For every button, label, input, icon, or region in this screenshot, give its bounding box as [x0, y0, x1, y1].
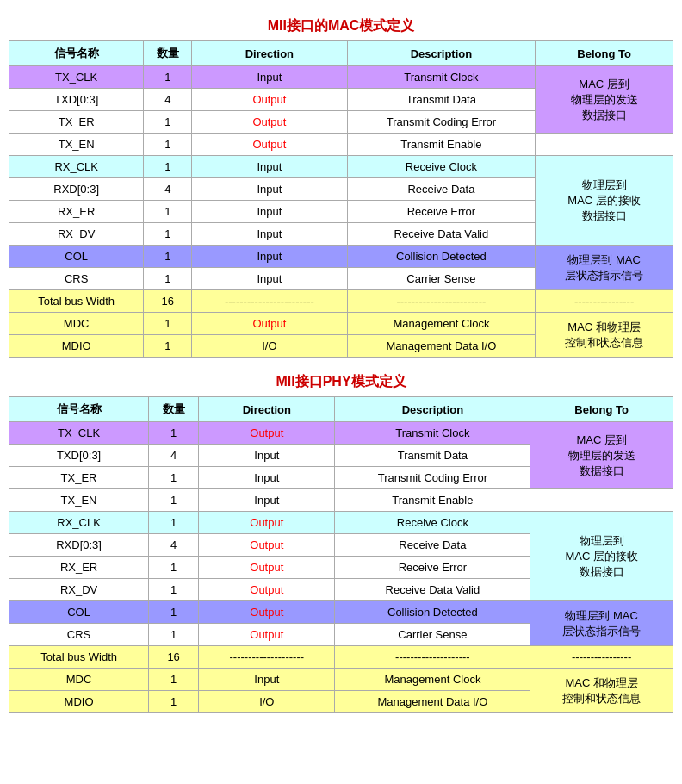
signal-cell: RX_DV	[9, 223, 144, 246]
signal-cell: MDIO	[9, 691, 149, 713]
description-cell: Carrier Sense	[335, 624, 530, 646]
table-header: Direction	[199, 397, 335, 422]
direction-cell: Output	[192, 134, 347, 156]
section-title-2: MII接口PHY模式定义	[9, 373, 673, 391]
signal-cell: Total bus Width	[9, 646, 149, 669]
description-cell: Receive Error	[335, 557, 530, 579]
belong-cell: ----------------	[536, 290, 673, 313]
direction-cell: Input	[192, 66, 347, 89]
qty-cell: 1	[144, 313, 192, 335]
description-cell: Carrier Sense	[347, 268, 536, 290]
direction-cell: Output	[199, 534, 335, 557]
signal-cell: Total bus Width	[9, 290, 144, 313]
signal-cell: TX_ER	[9, 467, 149, 489]
direction-cell: ------------------------	[192, 290, 347, 313]
description-cell: Transmit Clock	[335, 422, 530, 445]
qty-cell: 1	[149, 579, 199, 601]
table-header: Direction	[192, 41, 347, 66]
qty-cell: 1	[149, 422, 199, 445]
direction-cell: Output	[199, 557, 335, 579]
table-row: MDC1OutputManagement ClockMAC 和物理层 控制和状态…	[9, 313, 673, 335]
qty-cell: 1	[149, 669, 199, 691]
table-header: Description	[347, 41, 536, 66]
qty-cell: 1	[144, 223, 192, 246]
description-cell: Transmit Enable	[335, 489, 530, 512]
signal-cell: COL	[9, 601, 149, 624]
direction-cell: Input	[192, 223, 347, 246]
signal-cell: TX_CLK	[9, 66, 144, 89]
direction-cell: Output	[192, 89, 347, 111]
belong-cell: MAC 和物理层 控制和状态信息	[530, 669, 673, 713]
qty-cell: 1	[144, 156, 192, 178]
table-row: Total bus Width16-----------------------…	[9, 646, 673, 669]
direction-cell: Output	[199, 624, 335, 646]
direction-cell: Output	[199, 601, 335, 624]
qty-cell: 1	[144, 201, 192, 223]
description-cell: Receive Clock	[335, 512, 530, 534]
direction-cell: Output	[199, 512, 335, 534]
description-cell: Transmit Clock	[347, 66, 536, 89]
description-cell: --------------------	[335, 646, 530, 669]
description-cell: Transmit Data	[335, 445, 530, 467]
direction-cell: Input	[192, 156, 347, 178]
qty-cell: 1	[149, 467, 199, 489]
belong-cell: 物理层到 MAC 层状态指示信号	[536, 246, 673, 290]
signal-cell: CRS	[9, 624, 149, 646]
table2-container: 信号名称数量DirectionDescriptionBelong ToTX_CL…	[9, 396, 673, 713]
table-row: RX_CLK1InputReceive Clock物理层到 MAC 层的接收 数…	[9, 156, 673, 178]
signal-cell: RXD[0:3]	[9, 178, 144, 201]
description-cell: Management Data I/O	[335, 691, 530, 713]
description-cell: Receive Data	[335, 534, 530, 557]
description-cell: Receive Clock	[347, 156, 536, 178]
table-row: TX_CLK1InputTransmit ClockMAC 层到 物理层的发送 …	[9, 66, 673, 89]
description-cell: Management Data I/O	[347, 335, 536, 358]
description-cell: Receive Data Valid	[347, 223, 536, 246]
belong-cell: MAC 层到 物理层的发送 数据接口	[530, 422, 673, 489]
belong-cell: MAC 和物理层 控制和状态信息	[536, 313, 673, 358]
table-header: Belong To	[530, 397, 673, 422]
signal-cell: TX_ER	[9, 111, 144, 134]
table-row: Total bus Width16-----------------------…	[9, 290, 673, 313]
description-cell: Transmit Enable	[347, 134, 536, 156]
table-row: TX_EN1OutputTransmit Enable	[9, 134, 673, 156]
direction-cell: Input	[192, 246, 347, 268]
qty-cell: 4	[144, 178, 192, 201]
signal-cell: MDC	[9, 313, 144, 335]
qty-cell: 4	[149, 534, 199, 557]
description-cell: Receive Data	[347, 178, 536, 201]
belong-cell: 物理层到 MAC 层状态指示信号	[530, 601, 673, 646]
signal-cell: RX_CLK	[9, 512, 149, 534]
table-header: Belong To	[536, 41, 673, 66]
qty-cell: 4	[144, 89, 192, 111]
description-cell: Transmit Coding Error	[335, 467, 530, 489]
direction-cell: Output	[199, 422, 335, 445]
qty-cell: 1	[149, 691, 199, 713]
description-cell: Collision Detected	[335, 601, 530, 624]
signal-cell: CRS	[9, 268, 144, 290]
signal-cell: TX_CLK	[9, 422, 149, 445]
table-row: COL1OutputCollision Detected物理层到 MAC 层状态…	[9, 601, 673, 624]
table-header: Description	[335, 397, 530, 422]
table-row: MDC1InputManagement ClockMAC 和物理层 控制和状态信…	[9, 669, 673, 691]
description-cell: Collision Detected	[347, 246, 536, 268]
table2: 信号名称数量DirectionDescriptionBelong ToTX_CL…	[9, 396, 673, 713]
qty-cell: 1	[144, 66, 192, 89]
direction-cell: Input	[192, 201, 347, 223]
signal-cell: COL	[9, 246, 144, 268]
qty-cell: 1	[144, 335, 192, 358]
qty-cell: 1	[144, 134, 192, 156]
signal-cell: RXD[0:3]	[9, 534, 149, 557]
direction-cell: Input	[199, 467, 335, 489]
direction-cell: Input	[199, 489, 335, 512]
direction-cell: Input	[192, 268, 347, 290]
direction-cell: Input	[199, 445, 335, 467]
direction-cell: I/O	[192, 335, 347, 358]
qty-cell: 1	[149, 512, 199, 534]
belong-cell: MAC 层到 物理层的发送 数据接口	[536, 66, 673, 134]
qty-cell: 1	[149, 624, 199, 646]
description-cell: ------------------------	[347, 290, 536, 313]
signal-cell: TX_EN	[9, 489, 149, 512]
table1: 信号名称数量DirectionDescriptionBelong ToTX_CL…	[9, 40, 673, 358]
signal-cell: TXD[0:3]	[9, 445, 149, 467]
table-header: 数量	[149, 397, 199, 422]
